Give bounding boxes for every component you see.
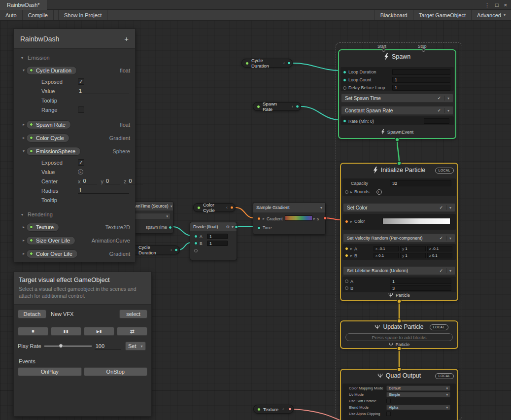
chevron-down-icon[interactable]: ▾ bbox=[320, 206, 322, 210]
divide-a-port[interactable] bbox=[194, 235, 198, 238]
set-button[interactable]: Set▾ bbox=[125, 342, 146, 350]
check-icon[interactable]: ✓ bbox=[437, 96, 441, 101]
param-spawn-rate[interactable]: Spawn Rate ‹ bbox=[253, 102, 301, 111]
param-row-spawn-rate[interactable]: ▸ Spawn Rate float bbox=[14, 118, 135, 131]
rate-port[interactable] bbox=[343, 119, 346, 123]
emission-sphere-pill[interactable]: EmissionSphere bbox=[26, 147, 81, 156]
loop-duration-field[interactable] bbox=[392, 69, 450, 75]
param-row-color-over-life[interactable]: ▸ Color Over Life Gradient bbox=[14, 247, 135, 260]
fold-closed-icon[interactable]: ▸ bbox=[21, 122, 26, 127]
lifetime-a-field[interactable]: 1 bbox=[390, 279, 451, 284]
onstop-button[interactable]: OnStop bbox=[84, 367, 148, 376]
chevron-down-icon[interactable]: ▾ bbox=[232, 225, 234, 229]
center-x-field[interactable]: 0 bbox=[82, 178, 97, 184]
delay-before-loop-port[interactable] bbox=[343, 86, 346, 90]
param-cycle-duration-top[interactable]: Cycle Duration ‹ bbox=[241, 59, 293, 68]
blackboard-toggle-button[interactable]: Blackboard bbox=[375, 10, 413, 20]
velocity-b-port[interactable] bbox=[345, 254, 348, 257]
collapse-chevron-icon[interactable]: ‹ bbox=[283, 61, 285, 66]
param-row-size-over-life[interactable]: ▸ Size Over Life AnimationCurve bbox=[14, 234, 135, 247]
param-output-port[interactable] bbox=[174, 248, 178, 252]
delay-field[interactable]: 1 bbox=[392, 85, 450, 91]
tab-rainbwdash[interactable]: RainbwDash* bbox=[0, 0, 47, 10]
sample-gradient-output-port[interactable] bbox=[323, 216, 327, 220]
spawntime-output-port[interactable] bbox=[169, 226, 172, 229]
check-icon[interactable]: ✓ bbox=[439, 236, 443, 241]
velocity-a-port[interactable] bbox=[345, 247, 348, 250]
expand-icon[interactable]: ▸ bbox=[350, 190, 352, 194]
check-icon[interactable]: ✓ bbox=[439, 268, 443, 273]
collapse-chevron-icon[interactable]: ‹ bbox=[282, 407, 284, 412]
link-icon[interactable]: L bbox=[376, 189, 382, 195]
fold-open-icon[interactable]: ▾ bbox=[21, 149, 26, 153]
constant-spawn-rate-block[interactable]: Constant Spawn Rate ✓▾ bbox=[341, 106, 453, 115]
spawn-start-port[interactable] bbox=[382, 48, 385, 52]
fold-closed-icon[interactable]: ▸ bbox=[21, 136, 26, 140]
chevron-down-icon[interactable]: ▾ bbox=[447, 96, 449, 101]
bounds-port[interactable] bbox=[345, 190, 348, 194]
expand-icon[interactable]: ▸ bbox=[350, 253, 352, 258]
add-blocks-placeholder[interactable]: Press space to add blocks bbox=[345, 333, 453, 341]
divide-b-port[interactable] bbox=[194, 242, 198, 245]
param-row-texture[interactable]: ▸ Texture Texture2D bbox=[14, 220, 135, 234]
vel-b-y-field[interactable]: y1 bbox=[400, 253, 425, 258]
param-row-cycle-duration[interactable]: ▾ Cycle Duration float bbox=[14, 64, 135, 77]
collapse-chevron-icon[interactable]: ‹ bbox=[170, 247, 172, 252]
check-icon[interactable]: ✓ bbox=[437, 108, 441, 113]
stop-button[interactable]: ■ bbox=[18, 327, 48, 336]
advanced-button[interactable]: Advanced▾ bbox=[471, 10, 511, 20]
play-rate-field[interactable]: 100 bbox=[95, 343, 121, 350]
use-soft-particle-checkbox[interactable] bbox=[386, 399, 391, 403]
vel-a-z-field[interactable]: z-0.1 bbox=[427, 246, 452, 251]
spawn-context-node[interactable]: Start Stop Spawn Loop Duration Loop Coun… bbox=[338, 49, 456, 139]
fold-open-icon[interactable]: ▾ bbox=[20, 56, 25, 60]
window-menu-icon[interactable]: ⋮ bbox=[484, 2, 490, 8]
fold-closed-icon[interactable]: ▸ bbox=[21, 225, 26, 229]
exposed-checkbox[interactable]: ✓ bbox=[78, 78, 84, 85]
time-input-port[interactable] bbox=[257, 226, 261, 230]
param-output-port[interactable] bbox=[296, 105, 299, 108]
chevron-down-icon[interactable]: ▾ bbox=[449, 236, 451, 241]
select-button[interactable]: select bbox=[119, 310, 147, 318]
radius-field[interactable]: 1 bbox=[78, 187, 129, 194]
link-icon[interactable]: L bbox=[78, 169, 83, 175]
pause-button[interactable]: ▮▮ bbox=[51, 327, 81, 336]
window-close-icon[interactable]: × bbox=[504, 2, 507, 8]
lifetime-b-field[interactable]: 3 bbox=[390, 285, 451, 291]
param-output-port[interactable] bbox=[287, 62, 291, 65]
section-emission[interactable]: ▾ Emission bbox=[14, 52, 135, 64]
gradient-preview[interactable] bbox=[285, 215, 312, 221]
expand-icon[interactable]: ▸ bbox=[350, 246, 352, 251]
initialize-particle-node[interactable]: Initialize Particle LOCAL Capacity 32 ▸ … bbox=[340, 163, 458, 301]
chevron-down-icon[interactable]: ▾ bbox=[449, 269, 451, 273]
section-rendering[interactable]: ▾ Rendering bbox=[14, 209, 135, 220]
expand-icon[interactable]: ▸ bbox=[350, 219, 352, 224]
chevron-down-icon[interactable]: ▾ bbox=[449, 206, 451, 210]
lifetime-b-port[interactable] bbox=[345, 286, 348, 290]
loop-count-port[interactable] bbox=[343, 78, 346, 82]
param-color-cycle[interactable]: Color Cycle ‹ bbox=[193, 203, 236, 212]
exposed-checkbox[interactable]: ✓ bbox=[78, 159, 84, 166]
divide-extra-port[interactable] bbox=[194, 249, 198, 252]
cycle-duration-pill[interactable]: Cycle Duration bbox=[26, 66, 77, 75]
param-texture[interactable]: Texture ‹ bbox=[253, 405, 294, 414]
param-output-port[interactable] bbox=[288, 408, 292, 411]
sample-gradient-node[interactable]: Sample Gradient ▾ ▸ Gradient ▸ s Time bbox=[253, 202, 326, 235]
fold-open-icon[interactable]: ▾ bbox=[21, 68, 26, 72]
range-checkbox[interactable] bbox=[78, 106, 84, 113]
detach-button[interactable]: Detach bbox=[18, 310, 46, 318]
gear-icon[interactable]: ⚙ bbox=[226, 225, 230, 229]
color-over-life-pill[interactable]: Color Over Life bbox=[26, 249, 78, 258]
onplay-button[interactable]: OnPlay bbox=[18, 367, 82, 376]
chevron-down-icon[interactable]: ▾ bbox=[447, 108, 449, 113]
divide-b-field[interactable]: 1 bbox=[207, 241, 228, 246]
uv-mode-dropdown[interactable]: Simple▾ bbox=[386, 392, 450, 397]
fold-closed-icon[interactable]: ▸ bbox=[21, 251, 26, 256]
step-button[interactable]: ▶▮ bbox=[84, 327, 114, 336]
show-in-project-button[interactable]: Show in Project bbox=[58, 10, 107, 20]
color-cycle-pill[interactable]: Color Cycle bbox=[26, 134, 69, 142]
color-gradient-field[interactable] bbox=[382, 218, 450, 224]
window-maximize-icon[interactable]: □ bbox=[495, 2, 499, 8]
gradient-input-port[interactable] bbox=[257, 217, 261, 220]
vel-b-x-field[interactable]: x0.1 bbox=[374, 253, 399, 258]
